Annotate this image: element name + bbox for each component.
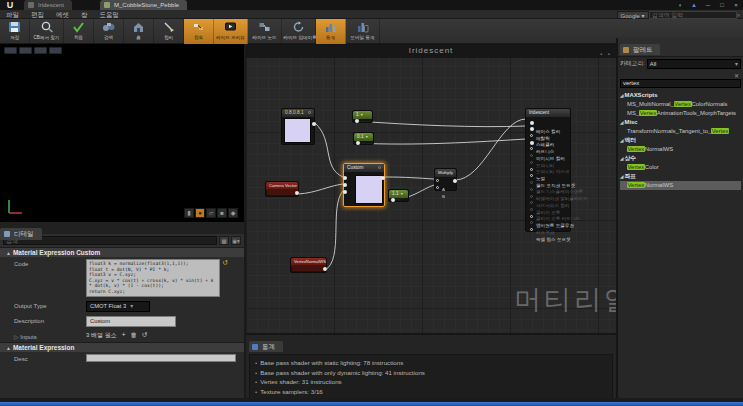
material-pin-row[interactable]: 앰비언트 오클루전 — [528, 213, 570, 220]
web-search-input[interactable] — [649, 11, 737, 19]
viewport-option-button[interactable] — [49, 47, 62, 54]
live-update-button[interactable]: 라이브 업데이트 — [282, 19, 316, 44]
live-preview-button[interactable]: 라이브 프리뷰 — [214, 19, 248, 44]
material-pin-row[interactable]: 러프니스 — [528, 139, 570, 146]
input-pin[interactable] — [530, 134, 533, 137]
palette-category[interactable]: ◢MAXScripts — [620, 91, 741, 100]
maximize-button[interactable]: □ — [717, 1, 727, 9]
shape-cube-button[interactable]: ■ — [217, 208, 227, 218]
node-constant-b[interactable]: 1.1▾ — [388, 189, 409, 202]
output-pin[interactable] — [381, 176, 385, 180]
input-pin[interactable] — [530, 127, 534, 131]
section-material-expression[interactable]: ▲Material Expression — [0, 342, 244, 352]
palette-item[interactable]: MS_VertexAnimationTools_MorphTargets — [620, 109, 741, 118]
connectors-button[interactable]: 접속 — [184, 19, 214, 44]
input-pin[interactable] — [343, 176, 347, 180]
stats-button[interactable]: 통계 — [316, 19, 346, 44]
category-dropdown[interactable]: All▾ — [647, 59, 741, 69]
input-pin[interactable] — [436, 186, 439, 189]
tab-stats[interactable]: 통계 — [249, 341, 283, 352]
material-pin-row[interactable]: 메탈릭 — [528, 126, 570, 133]
add-element-icon[interactable]: + — [122, 331, 126, 340]
material-graph-canvas[interactable]: Iridescent ▪ ▪ 0.8,0.8,1 1▾ 0.1▾ Camera … — [246, 44, 616, 333]
minimize-button[interactable]: ─ — [703, 1, 713, 9]
node-constant-roughness[interactable]: 0.1▾ — [353, 132, 374, 145]
apply-button[interactable]: 적용 — [64, 19, 94, 44]
search-engine-select[interactable]: Google ▾ — [617, 11, 649, 19]
live-nodes-button[interactable]: 라이브 노드 — [248, 19, 282, 44]
palette-item[interactable]: VertexColor — [620, 163, 741, 172]
doc-tab-iridescent[interactable]: Iridescent — [24, 0, 72, 10]
save-button[interactable]: 저장 — [0, 19, 30, 44]
material-pin-row[interactable]: 픽셀 뎁스 오프셋 — [528, 227, 570, 234]
palette-category[interactable]: ◢좌표 — [620, 172, 741, 181]
palette-item[interactable]: TransformNormals_Tangent_to_Vertex — [620, 127, 741, 136]
shape-mesh-button[interactable]: ◆ — [228, 208, 238, 218]
preview-toggle-icon[interactable] — [378, 166, 381, 169]
input-pin[interactable] — [530, 147, 533, 150]
update-arrow-icon[interactable]: ▲ — [689, 1, 699, 9]
node-constant3vector[interactable]: 0.8,0.8,1 — [281, 108, 315, 145]
node-multiply[interactable]: Multiply A B — [434, 168, 457, 191]
material-pin-row[interactable]: 노멀 — [528, 166, 570, 173]
menu-window[interactable]: 창 — [75, 10, 94, 19]
node-camera-vector[interactable]: Camera Vector — [265, 181, 299, 197]
delete-element-icon[interactable]: 🗑 — [130, 331, 137, 340]
material-pin-row[interactable]: 이미시브 컬러 — [528, 146, 570, 153]
graph-corner-icons[interactable]: ▪ ▪ — [600, 47, 612, 61]
node-vertex-normal-ws[interactable]: VertexNormalWS — [290, 257, 327, 273]
section-material-expression-custom[interactable]: ▲Material Expression Custom — [0, 247, 244, 257]
input-pin[interactable] — [530, 215, 533, 218]
doc-tab-cobblestone[interactable]: M_CobbleStone_Pebble — [100, 0, 187, 10]
search-button[interactable]: 검색 — [94, 19, 124, 44]
close-button[interactable]: × — [731, 1, 741, 9]
tab-details[interactable]: 디테일 — [0, 228, 42, 240]
palette-category[interactable]: ◢벡터 — [620, 136, 741, 145]
material-pin-row[interactable]: 베이스 컬러 — [528, 119, 570, 126]
desc-field[interactable] — [86, 354, 236, 362]
home-button[interactable]: 홈 — [124, 19, 154, 44]
details-filter-icon[interactable]: ▦ — [219, 236, 229, 245]
description-field[interactable]: Custom — [86, 316, 176, 327]
menu-edit[interactable]: 편집 — [25, 10, 50, 19]
output-type-dropdown[interactable]: CMOT Float 3▾ — [86, 301, 150, 312]
code-editor[interactable]: float3 k = normalize(float3(1,1,1)); flo… — [86, 259, 220, 297]
palette-item-selected[interactable]: VertexNormalWS — [620, 181, 741, 190]
shape-plane-button[interactable]: ▱ — [206, 208, 216, 218]
viewport-option-button[interactable] — [19, 47, 32, 54]
menu-file[interactable]: 파일 — [0, 10, 25, 19]
palette-search-input[interactable] — [620, 79, 741, 88]
feedback-icon[interactable]: ◖ — [675, 1, 685, 9]
input-pin[interactable] — [530, 228, 533, 231]
node-custom[interactable]: Custom — [343, 163, 385, 207]
output-pin[interactable] — [312, 122, 316, 126]
input-pin[interactable] — [436, 179, 439, 182]
viewport-option-button[interactable] — [34, 47, 47, 54]
input-pin[interactable] — [530, 174, 533, 177]
clear-search-icon[interactable]: ✕ — [734, 72, 739, 79]
palette-item[interactable]: MS_MultiNormal_VertexColorNormals — [620, 100, 741, 109]
input-pin[interactable] — [343, 190, 347, 194]
output-pin[interactable] — [323, 267, 327, 271]
preview-toggle-icon[interactable] — [308, 111, 311, 114]
output-pin[interactable] — [453, 179, 457, 183]
shape-cylinder-button[interactable]: ▮ — [184, 208, 194, 218]
node-material-result[interactable]: Iridescent 베이스 컬러 메탈릭 스페큘러 러프니스 이미시브 컬러 … — [525, 108, 571, 232]
reset-to-default-icon[interactable]: ↺ — [142, 331, 147, 340]
node-constant-metallic[interactable]: 1▾ — [352, 110, 373, 123]
viewport-option-button[interactable] — [4, 47, 17, 54]
palette-category[interactable]: ◢Misc — [620, 118, 741, 127]
output-pin[interactable] — [295, 191, 299, 195]
palette-category[interactable]: ◢상수 — [620, 154, 741, 163]
menu-help[interactable]: 도움말 — [94, 10, 126, 19]
shape-sphere-button[interactable]: ● — [195, 208, 205, 218]
input-pin[interactable] — [343, 183, 347, 187]
menu-asset[interactable]: 에셋 — [50, 10, 75, 19]
input-pin[interactable] — [530, 141, 534, 145]
preview-viewport[interactable]: ▮ ● ▱ ■ ◆ — [0, 44, 246, 222]
output-pin[interactable] — [356, 141, 360, 145]
input-pin[interactable] — [530, 168, 533, 171]
clean-up-button[interactable]: 정리 — [154, 19, 184, 44]
material-pin-row[interactable]: 월드 포지션 오프셋 — [528, 173, 570, 180]
input-pin[interactable] — [530, 121, 534, 125]
